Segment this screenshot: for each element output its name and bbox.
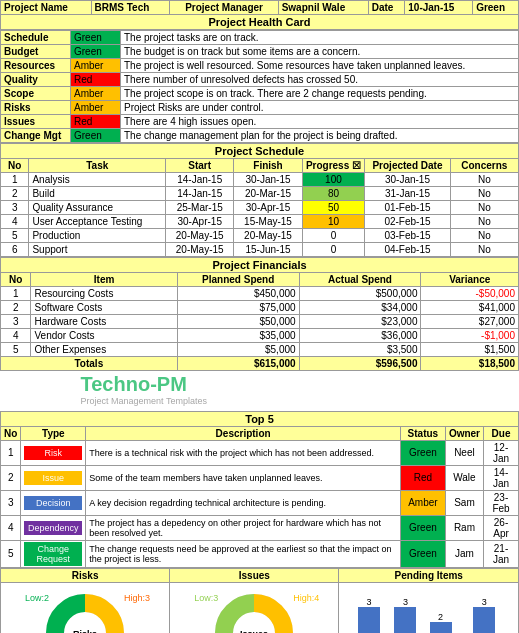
top5-col-owner: Owner [445,426,483,440]
health-row: Change Mgt Green The change management p… [1,129,519,143]
health-item-comment: The budget is on track but some items ar… [121,45,519,59]
top5-col-no: No [1,426,21,440]
health-item-status: Red [71,73,121,87]
top5-due: 12-Jan [484,440,519,465]
date-value: 10-Jan-15 [405,1,473,15]
pending-chart-title: Pending Items [339,568,519,582]
fin-variance: -$1,000 [421,329,519,343]
health-item-status: Green [71,129,121,143]
fin-no: 5 [1,343,31,357]
top5-desc: The project has a depedency on other pro… [86,515,401,540]
health-item-status: Amber [71,59,121,73]
task-no: 4 [1,215,29,229]
fin-actual: $3,500 [299,343,421,357]
top5-no: 5 [1,540,21,567]
top5-type: Issue [21,465,86,490]
top5-row: 3 Decision A key decision regadrding tec… [1,490,519,515]
health-item-comment: Project Risks are under control. [121,101,519,115]
col-no: No [1,159,29,173]
top5-type: Change Request [21,540,86,567]
top5-col-desc: Description [86,426,401,440]
task-no: 3 [1,201,29,215]
task-projected: 31-Jan-15 [365,187,450,201]
top5-status: Amber [400,490,445,515]
task-concerns: No [450,215,518,229]
task-concerns: No [450,173,518,187]
task-no: 5 [1,229,29,243]
task-name: Support [29,243,166,257]
task-projected: 04-Feb-15 [365,243,450,257]
task-start: 20-May-15 [166,243,234,257]
top5-type: Risk [21,440,86,465]
col-start: Start [166,159,234,173]
totals-actual: $596,500 [299,357,421,371]
schedule-row: 2 Build 14-Jan-15 20-Mar-15 80 31-Jan-15… [1,187,519,201]
task-no: 1 [1,173,29,187]
task-name: Quality Assurance [29,201,166,215]
fin-no: 2 [1,301,31,315]
fin-no: 4 [1,329,31,343]
health-item-name: Scope [1,87,71,101]
task-finish: 15-May-15 [234,215,302,229]
top5-row: 2 Issue Some of the team members have ta… [1,465,519,490]
project-name-label: Project Name [1,1,92,15]
financials-row: 3 Hardware Costs $50,000 $23,000 $27,000 [1,315,519,329]
fin-variance: $41,000 [421,301,519,315]
fin-item: Software Costs [31,301,177,315]
top5-col-type: Type [21,426,86,440]
pending-chart-area: 3 Decisions 3 Actions 2 Changes 3 [339,582,519,633]
totals-variance: $18,500 [421,357,519,371]
fin-col-actual: Actual Spend [299,273,421,287]
health-item-status: Green [71,31,121,45]
task-finish: 20-Mar-15 [234,187,302,201]
task-name: User Acceptance Testing [29,215,166,229]
fin-planned: $450,000 [177,287,299,301]
health-item-comment: The change management plan for the proje… [121,129,519,143]
issues-donut-chart: Issues [209,588,299,634]
health-item-comment: There number of unresolved defects has c… [121,73,519,87]
health-item-comment: The project is well resourced. Some reso… [121,59,519,73]
project-name-value: BRMS Tech [91,1,170,15]
task-projected: 03-Feb-15 [365,229,450,243]
health-item-name: Quality [1,73,71,87]
task-progress: 0 [302,229,365,243]
project-status: Green [473,1,519,15]
fin-col-planned: Planned Spend [177,273,299,287]
watermark-line1: Techno-PM [81,373,207,396]
fin-actual: $500,000 [299,287,421,301]
task-start: 14-Jan-15 [166,173,234,187]
health-item-status: Red [71,115,121,129]
fin-item: Vendor Costs [31,329,177,343]
fin-variance: $27,000 [421,315,519,329]
top5-type: Dependency [21,515,86,540]
task-progress: 80 [302,187,365,201]
top5-owner: Wale [445,465,483,490]
health-row: Scope Amber The project scope is on trac… [1,87,519,101]
top5-no: 3 [1,490,21,515]
health-item-status: Amber [71,101,121,115]
fin-col-variance: Variance [421,273,519,287]
totals-row: Totals $615,000 $596,500 $18,500 [1,357,519,371]
task-finish: 20-May-15 [234,229,302,243]
health-row: Issues Red There are 4 high issues open. [1,115,519,129]
task-concerns: No [450,229,518,243]
financials-row: 1 Resourcing Costs $450,000 $500,000 -$5… [1,287,519,301]
financials-row: 2 Software Costs $75,000 $34,000 $41,000 [1,301,519,315]
col-projected: Projected Date [365,159,450,173]
health-row: Schedule Green The project tasks are on … [1,31,519,45]
top5-col-status: Status [400,426,445,440]
col-finish: Finish [234,159,302,173]
task-progress: 50 [302,201,365,215]
fin-no: 3 [1,315,31,329]
top5-desc: Some of the team members have taken unpl… [86,465,401,490]
task-no: 2 [1,187,29,201]
fin-no: 1 [1,287,31,301]
schedule-row: 3 Quality Assurance 25-Mar-15 30-Apr-15 … [1,201,519,215]
top5-owner: Sam [445,490,483,515]
top5-no: 1 [1,440,21,465]
task-finish: 30-Apr-15 [234,201,302,215]
schedule-row: 5 Production 20-May-15 20-May-15 0 03-Fe… [1,229,519,243]
schedule-row: 6 Support 20-May-15 15-Jun-15 0 04-Feb-1… [1,243,519,257]
financials-row: 4 Vendor Costs $35,000 $36,000 -$1,000 [1,329,519,343]
top5-row: 5 Change Request The change requests nee… [1,540,519,567]
